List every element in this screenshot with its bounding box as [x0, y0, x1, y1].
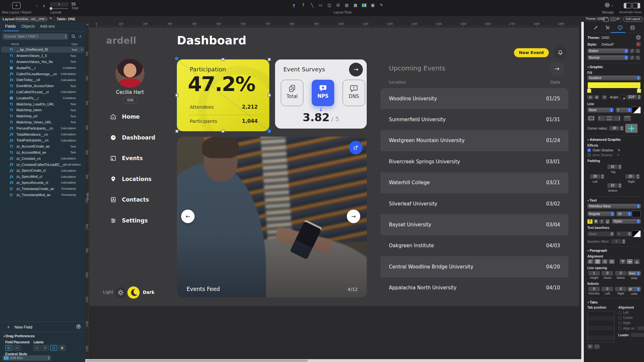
sort-icon[interactable]: ↓z — [78, 34, 81, 38]
line-style-select[interactable]: None▴▾ — [587, 108, 614, 113]
table-row[interactable]: Westgreen Mountain University 01/24 — [381, 130, 568, 151]
placement-inline-button[interactable]: ▭ — [14, 345, 21, 351]
font-style-select[interactable]: Regular▴▾ — [587, 212, 615, 216]
edit-inner-shadow-icon[interactable]: ✎ — [617, 153, 620, 157]
tab-objects[interactable]: Objects — [21, 24, 35, 29]
stepper[interactable]: ▴▾ — [601, 174, 604, 179]
field-row[interactable]: ▣ LocationPic__r Container ▾ — [1, 95, 84, 101]
tool-button[interactable]: ▦ — [352, 2, 359, 8]
align-center-button[interactable] — [594, 259, 601, 264]
tool-button[interactable] — [291, 2, 298, 8]
tool-button[interactable] — [361, 2, 368, 8]
dashboard-design[interactable]: ardell Cecilia Hart Edit Home Dashboard — [89, 28, 579, 306]
window-icon[interactable] — [603, 17, 608, 21]
radial-gradient-button[interactable]: ◉ — [594, 95, 599, 99]
left-border-button[interactable] — [598, 115, 605, 121]
baselines-select[interactable]: None▴▾ — [587, 231, 614, 236]
font-size-select[interactable]: 16▴▾ — [616, 212, 632, 216]
swatch-dropdown[interactable] — [610, 17, 616, 21]
paste-state-button[interactable]: ╲ — [636, 56, 640, 60]
name-column-header[interactable]: Name — [11, 42, 19, 46]
part-boundary-marker[interactable] — [85, 230, 89, 230]
field-row[interactable]: ƒx DateToday__cd Calculation ▾ — [1, 77, 84, 83]
tool-button[interactable]: T — [300, 2, 307, 8]
align-on-field[interactable] — [638, 326, 644, 330]
dark-mode-button[interactable] — [127, 286, 140, 299]
field-row[interactable]: ƒx ListCalledToLead__ct Calculation ▾ — [1, 89, 84, 95]
baselines-size-select[interactable]: 0▴▾ — [616, 231, 632, 236]
field-row[interactable]: Tt AnswersValues_1_5 Text ▾ — [1, 53, 84, 59]
edit-profile-button[interactable]: Edit — [123, 97, 138, 104]
object-state-select[interactable]: Normal▴▾ — [587, 55, 629, 60]
field-row[interactable]: ƒx zz_SpecsMod_ct Calculation ▾ — [1, 174, 84, 180]
reverse-gradient-button[interactable]: ⇄ — [602, 95, 607, 99]
events-feed-card[interactable]: ← → Events Feed 4/12 — [177, 137, 367, 297]
indent-units-select[interactable]: pt▴▾ — [628, 287, 641, 292]
field-row[interactable]: ƒx zz_Constant_cn Calculation ▾ — [1, 155, 84, 161]
field-row[interactable]: ◷ zz_TimestampMod_ae Timestamp ▾ — [1, 192, 84, 198]
fill-type-select[interactable]: Gradient▴▾ — [587, 76, 641, 80]
leader-field[interactable] — [631, 333, 644, 337]
line-color-swatch[interactable] — [632, 107, 641, 113]
field-row[interactable]: Tt Mailchimp_url Text ▾ — [1, 113, 84, 119]
bold-button[interactable]: B — [593, 219, 598, 224]
rotation-handle[interactable] — [175, 57, 178, 60]
table-selector[interactable]: Current Table ("ONE") ▴▾ — [3, 33, 68, 40]
field-row[interactable]: Tt AnswersValues_Yes_No Text ▾ — [1, 59, 84, 65]
layout-number-box[interactable]: 1 — [50, 2, 69, 6]
text-color-swatch[interactable] — [632, 211, 641, 217]
field-row[interactable]: ƒx TotalAttendance__cn Calculation ▾ — [1, 131, 84, 137]
next-slide-button[interactable]: → — [347, 210, 360, 223]
dns-filter-button[interactable]: DNS — [343, 80, 365, 106]
angle-value[interactable]: 314° — [627, 95, 637, 99]
field-row[interactable]: Tt zz_AccountCreate_ae Text ▾ — [1, 143, 84, 149]
font-family-select[interactable]: Helvetica Neue▴▾ — [587, 204, 641, 209]
all-borders-button[interactable] — [587, 115, 595, 121]
valign-top-button[interactable] — [620, 259, 626, 264]
forward-button[interactable]: › — [43, 3, 45, 8]
edit-outer-shadow-icon[interactable]: ✎ — [618, 149, 620, 152]
horizontal-scrollbar[interactable] — [85, 359, 581, 362]
paragraph-section-header[interactable]: Paragraph — [587, 247, 641, 252]
table-row[interactable]: Appalachia North University 04/10 — [381, 277, 568, 298]
participation-card[interactable]: Participation 47.2% Attendees 2,212 Part… — [177, 59, 269, 131]
copy-style-button[interactable]: ╱ — [630, 49, 634, 53]
stepper[interactable]: ▴▾ — [620, 126, 623, 131]
spacing-above-input[interactable]: 0 — [602, 271, 613, 276]
sidebar-item-contacts[interactable]: Contacts — [110, 195, 155, 204]
radio-left[interactable] — [618, 311, 621, 314]
tabs-section-header[interactable]: Tabs — [587, 298, 641, 304]
drag-preferences-header[interactable]: Drag Preferences — [3, 334, 35, 338]
paste-style-button[interactable]: ╲ — [636, 49, 640, 53]
graphic-section-header[interactable]: Graphic — [587, 63, 641, 69]
highlight-button[interactable]: T — [587, 219, 593, 224]
field-row[interactable]: ƒx CalledToLeadAverage__cn Calculation ▾ — [1, 71, 84, 77]
indent-first-input[interactable]: 0 — [588, 287, 600, 291]
stepper[interactable]: ▴▾ — [618, 183, 621, 188]
spacing-units-select[interactable]: lines▴▾ — [628, 271, 641, 276]
table-row[interactable]: Rivercreek Springs University 03/01 — [381, 151, 568, 172]
manage-gear-button[interactable]: ▾ — [604, 2, 613, 9]
field-row[interactable]: ◷ zz_TimestampCreate_ae Timestamp ▾ — [1, 186, 84, 192]
corner-picker[interactable] — [625, 124, 638, 133]
tool-button[interactable]: ✎ — [378, 2, 385, 8]
ruler-unit[interactable]: pt — [86, 23, 89, 26]
label-inside-button[interactable]: ▣ — [59, 345, 66, 351]
indent-right-input[interactable]: 0 — [615, 287, 627, 291]
upcoming-events-more-button[interactable]: → — [550, 62, 564, 76]
underline-button[interactable]: U — [605, 219, 610, 224]
add-tab-button[interactable]: + — [587, 344, 593, 349]
align-right-button[interactable] — [602, 259, 608, 264]
tab-add-ons[interactable]: Add-ons — [40, 24, 55, 29]
resize-handle-active[interactable] — [268, 130, 271, 133]
tool-button[interactable]: ▣ — [369, 2, 376, 8]
outer-shadow-checkbox[interactable]: ✓ — [587, 149, 591, 152]
total-filter-button[interactable]: Total — [281, 80, 303, 106]
table-row[interactable]: Oakgreen Institute 04/03 — [381, 235, 568, 256]
field-row[interactable]: ƒx zz_ConstantCalledToLeadID__ct Calcula… — [1, 161, 84, 167]
toggle-right-pane-button[interactable] — [632, 3, 640, 8]
field-row[interactable]: Tt zz_AccountMod_ae Text ▾ — [1, 149, 84, 156]
field-row[interactable]: Tt Mailchimp_LeadOn_URL Text ▾ — [1, 101, 84, 107]
radio-align-on[interactable] — [618, 327, 621, 330]
vertical-scrollbar[interactable] — [581, 22, 584, 362]
